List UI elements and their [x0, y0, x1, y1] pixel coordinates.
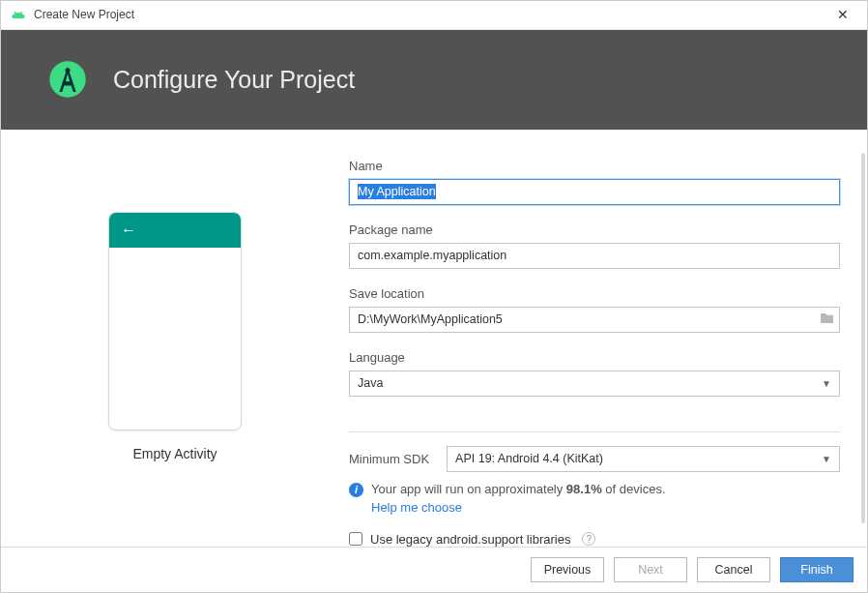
svg-point-3: [49, 61, 85, 97]
chevron-down-icon: ▼: [822, 454, 831, 464]
help-icon[interactable]: ?: [582, 532, 595, 546]
help-me-choose-link[interactable]: Help me choose: [371, 500, 462, 515]
page-title: Configure Your Project: [113, 66, 355, 94]
language-select[interactable]: Java ▼: [349, 371, 840, 397]
package-name-label: Package name: [349, 222, 840, 237]
coverage-percent: 98.1%: [566, 482, 602, 496]
wizard-footer: Previous Next Cancel Finish: [1, 547, 867, 592]
close-icon[interactable]: ✕: [828, 7, 857, 22]
coverage-text-suffix: of devices.: [602, 482, 666, 496]
legacy-libraries-checkbox[interactable]: [349, 532, 362, 546]
info-icon: i: [349, 483, 363, 497]
chevron-down-icon: ▼: [822, 378, 831, 389]
phone-mockup: ←: [108, 212, 242, 430]
previous-button[interactable]: Previous: [531, 557, 604, 582]
cancel-button[interactable]: Cancel: [697, 557, 770, 582]
scrollbar[interactable]: [861, 153, 865, 523]
main-content: ← Empty Activity Name My Application Pac…: [1, 130, 867, 547]
sdk-coverage-info: i Your app will run on approximately 98.…: [349, 482, 840, 515]
svg-point-4: [65, 68, 70, 73]
divider: [349, 431, 840, 432]
min-sdk-select[interactable]: API 19: Android 4.4 (KitKat) ▼: [447, 446, 840, 472]
save-location-input[interactable]: D:\MyWork\MyApplication5: [349, 307, 840, 333]
android-studio-icon: [11, 7, 26, 22]
save-location-label: Save location: [349, 286, 840, 301]
next-button[interactable]: Next: [614, 557, 687, 582]
back-arrow-icon: ←: [121, 222, 136, 239]
name-input[interactable]: My Application: [349, 179, 840, 205]
min-sdk-label: Minimum SDK: [349, 452, 429, 466]
finish-button[interactable]: Finish: [780, 557, 854, 582]
coverage-text-prefix: Your app will run on approximately: [371, 482, 566, 496]
phone-appbar: ←: [109, 213, 241, 248]
window-title: Create New Project: [34, 8, 828, 21]
template-name: Empty Activity: [132, 446, 217, 461]
titlebar: Create New Project ✕: [1, 1, 867, 30]
browse-folder-icon[interactable]: [820, 311, 834, 327]
form: Name My Application Package name com.exa…: [349, 159, 840, 547]
language-label: Language: [349, 350, 840, 365]
wizard-header: Configure Your Project: [1, 30, 867, 130]
package-name-input[interactable]: com.example.myapplication: [349, 243, 840, 269]
android-logo-icon: [45, 57, 90, 102]
template-preview: ← Empty Activity: [1, 159, 349, 547]
name-label: Name: [349, 159, 840, 173]
legacy-libraries-label: Use legacy android.support libraries: [370, 532, 570, 547]
